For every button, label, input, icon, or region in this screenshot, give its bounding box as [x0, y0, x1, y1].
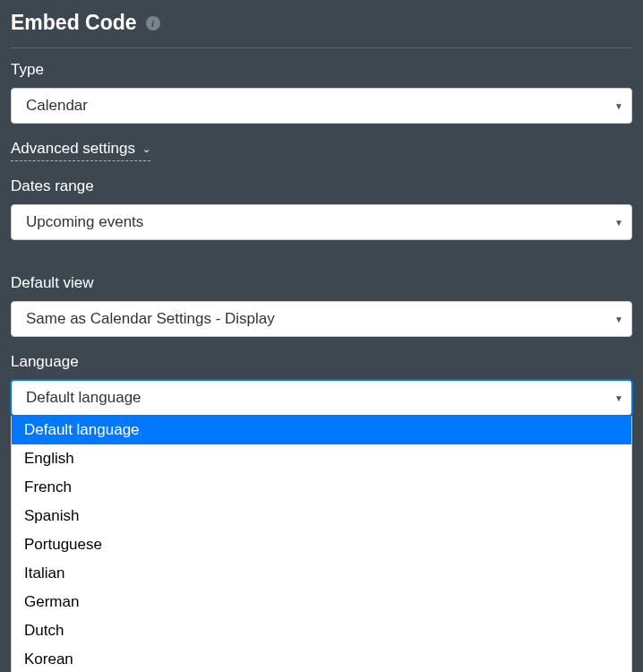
advanced-settings-label: Advanced settings [11, 140, 135, 158]
advanced-settings-toggle[interactable]: Advanced settings ⌄ [11, 140, 150, 161]
info-icon[interactable]: i [146, 16, 160, 30]
type-field-group: Type Calendar ▼ [11, 61, 632, 124]
language-option[interactable]: German [12, 588, 631, 616]
default-view-select[interactable]: Same as Calendar Settings - Display [11, 301, 632, 337]
language-option[interactable]: Italian [12, 559, 631, 588]
language-option[interactable]: Portuguese [12, 530, 631, 559]
language-label: Language [11, 353, 632, 371]
chevron-down-icon: ⌄ [142, 143, 150, 155]
dates-range-field-group: Dates range Upcoming events ▼ [11, 177, 632, 240]
language-option[interactable]: Korean [12, 645, 631, 672]
default-view-field-group: Default view Same as Calendar Settings -… [11, 274, 632, 337]
language-option[interactable]: English [12, 444, 631, 473]
type-select[interactable]: Calendar [11, 88, 632, 124]
language-option[interactable]: French [12, 473, 631, 502]
dates-range-select[interactable]: Upcoming events [11, 204, 632, 240]
page-title: Embed Code [11, 11, 137, 35]
language-option[interactable]: Default language [12, 416, 631, 444]
language-select[interactable]: Default language [11, 380, 632, 416]
default-view-label: Default view [11, 274, 632, 292]
language-option[interactable]: Spanish [12, 502, 631, 530]
type-label: Type [11, 61, 632, 79]
language-option[interactable]: Dutch [12, 616, 631, 645]
header: Embed Code i [11, 11, 632, 48]
language-dropdown[interactable]: Default languageEnglishFrenchSpanishPort… [11, 416, 632, 672]
language-field-group: Language Default language ▼ Default lang… [11, 353, 632, 416]
dates-range-label: Dates range [11, 177, 632, 195]
